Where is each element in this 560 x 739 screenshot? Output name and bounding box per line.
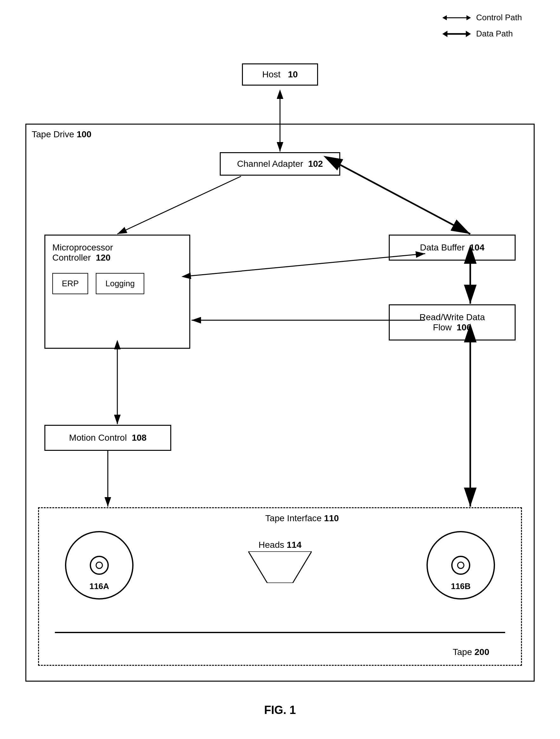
tape-interface-box: Tape Interface 110 116A 116B Heads 114 (38, 507, 522, 666)
legend-control-path: Control Path (442, 13, 522, 22)
data-path-arrow (442, 29, 471, 38)
erp-box: ERP (52, 273, 88, 294)
svg-text:116B: 116B (451, 581, 470, 591)
svg-point-8 (96, 562, 103, 568)
motion-control-box: Motion Control 108 (44, 425, 171, 451)
logging-box: Logging (96, 273, 144, 294)
reel-left: 116A (64, 531, 134, 601)
legend: Control Path Data Path (442, 13, 522, 39)
heads-label: Heads 114 (248, 540, 312, 550)
tape-line (55, 632, 505, 633)
tape-interface-label: Tape Interface 110 (265, 513, 339, 524)
rw-dataflow-box: Read/Write Data Flow 106 (389, 304, 516, 340)
svg-marker-5 (466, 31, 471, 37)
svg-marker-1 (442, 15, 447, 20)
host-box: Host 10 (242, 63, 318, 86)
data-buffer-box: Data Buffer 104 (389, 235, 516, 261)
microprocessor-label: MicroprocessorController 120 (52, 243, 182, 263)
reel-right: 116B (426, 531, 496, 601)
channel-adapter-box: Channel Adapter 102 (220, 152, 340, 176)
tape-drive-label: Tape Drive 100 (32, 129, 91, 140)
svg-marker-4 (442, 31, 447, 37)
data-path-label: Data Path (476, 29, 513, 39)
fig-label: FIG. 1 (264, 704, 296, 717)
page: Control Path Data Path Host 10 Tape Driv… (0, 0, 560, 739)
svg-marker-2 (466, 15, 471, 20)
microprocessor-box: MicroprocessorController 120 ERP Logging (44, 235, 190, 349)
svg-point-12 (457, 562, 464, 568)
svg-marker-14 (248, 551, 312, 583)
tape-label: Tape 200 (453, 647, 489, 657)
heads-area: Heads 114 (248, 540, 312, 584)
legend-data-path: Data Path (442, 29, 522, 39)
micro-sub-boxes: ERP Logging (52, 273, 182, 294)
control-path-label: Control Path (476, 13, 522, 22)
host-label: Host (262, 69, 281, 79)
svg-text:116A: 116A (90, 581, 109, 591)
host-number: 10 (288, 69, 298, 79)
control-path-arrow (442, 13, 471, 22)
